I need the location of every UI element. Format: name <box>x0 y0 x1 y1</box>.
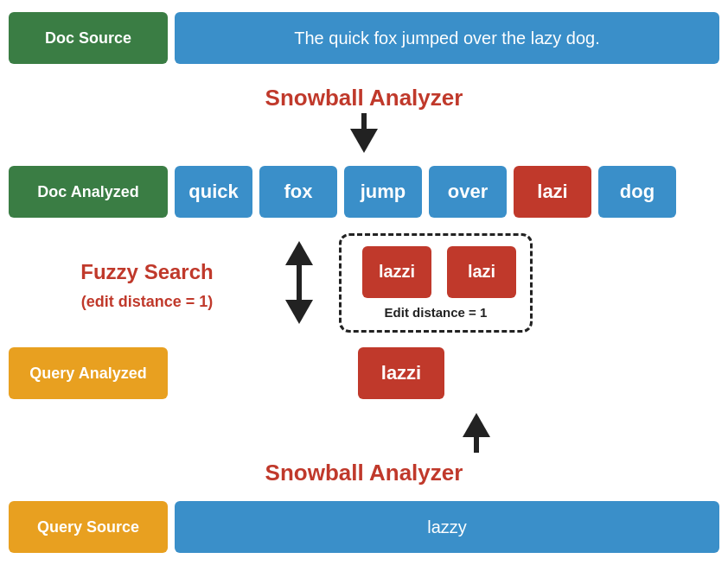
arrow-up-icon <box>285 241 313 265</box>
fuzzy-search-label: Fuzzy Search <box>43 253 251 286</box>
query-analyzed-token: lazzi <box>358 347 444 399</box>
query-source-content: lazzy <box>175 501 719 553</box>
edit-distance-label: Edit distance = 1 <box>385 305 488 320</box>
arrow-down-mid-icon <box>285 300 313 324</box>
doc-source-row: Doc Source The quick fox jumped over the… <box>9 12 719 64</box>
doc-source-content: The quick fox jumped over the lazy dog. <box>175 12 719 64</box>
diagram: Doc Source The quick fox jumped over the… <box>0 0 728 565</box>
v-line-bottom <box>474 437 479 453</box>
v-line-mid-bot <box>297 282 302 300</box>
query-source-row: Query Source lazzy <box>9 501 719 553</box>
query-source-label: Query Source <box>9 501 168 553</box>
token-fox: fox <box>259 166 337 218</box>
token-lazi: lazi <box>514 166 591 218</box>
token-dog: dog <box>598 166 676 218</box>
snowball-top-section: Snowball Analyzer <box>9 78 719 153</box>
arrow-up-bottom <box>463 413 490 453</box>
v-line-mid-top <box>297 265 302 282</box>
query-analyzed-row: Query Analyzed lazzi <box>9 347 719 399</box>
arrow-down-top <box>350 113 378 153</box>
token-over: over <box>429 166 507 218</box>
doc-analyzed-row: Doc Analyzed quick fox jump over lazi do… <box>9 166 719 218</box>
fuzzy-tokens: lazzi lazi <box>355 246 516 298</box>
doc-source-label: Doc Source <box>9 12 168 64</box>
token-jump: jump <box>344 166 422 218</box>
v-line-top <box>361 113 367 129</box>
double-arrow <box>285 241 313 324</box>
fuzzy-token-lazzi: lazzi <box>362 246 431 298</box>
snowball-analyzer-bottom-label: Snowball Analyzer <box>9 453 719 488</box>
arrow-up-bottom-icon <box>463 413 490 437</box>
token-quick: quick <box>175 166 252 218</box>
fuzzy-match-box: lazzi lazi Edit distance = 1 <box>339 233 533 333</box>
snowball-analyzer-top-label: Snowball Analyzer <box>9 78 719 113</box>
fuzzy-search-row: Fuzzy Search (edit distance = 1) lazzi l… <box>9 233 719 333</box>
snowball-bottom-section: Snowball Analyzer <box>9 413 719 488</box>
arrow-down-icon <box>350 129 378 153</box>
fuzzy-token-lazi: lazi <box>447 246 516 298</box>
fuzzy-search-label-group: Fuzzy Search (edit distance = 1) <box>9 253 251 313</box>
main-layout: Doc Source The quick fox jumped over the… <box>9 9 719 556</box>
fuzzy-search-sub-label: (edit distance = 1) <box>43 286 251 313</box>
doc-analyzed-label: Doc Analyzed <box>9 166 168 218</box>
query-analyzed-label: Query Analyzed <box>9 347 168 399</box>
